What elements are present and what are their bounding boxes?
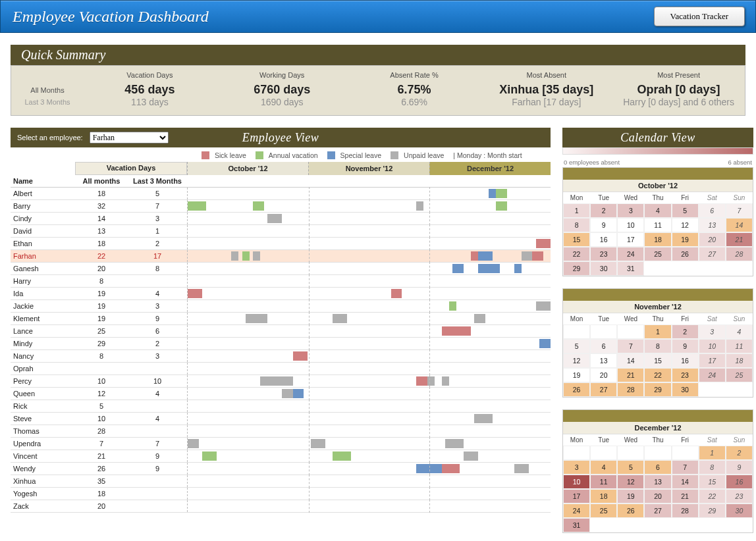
calendar-day[interactable]: 23 — [590, 247, 617, 261]
table-row[interactable]: Thomas28 — [11, 425, 551, 438]
calendar-day[interactable]: 12 — [617, 475, 644, 489]
calendar-day[interactable]: 4 — [644, 203, 671, 218]
calendar-day[interactable]: 24 — [617, 247, 644, 261]
calendar-day[interactable]: 26 — [672, 247, 699, 261]
calendar-day[interactable]: 10 — [617, 218, 644, 232]
calendar-day[interactable]: 26 — [563, 382, 590, 397]
calendar-day[interactable]: 25 — [644, 247, 671, 261]
calendar-day[interactable]: 25 — [590, 503, 617, 518]
calendar-day[interactable]: 10 — [563, 475, 590, 489]
calendar-day[interactable]: 30 — [590, 261, 617, 276]
calendar-day[interactable]: 14 — [672, 475, 699, 489]
calendar-day[interactable]: 18 — [726, 353, 753, 368]
calendar-day[interactable]: 22 — [644, 368, 671, 382]
calendar-day[interactable]: 2 — [726, 446, 753, 460]
calendar-day[interactable]: 2 — [672, 324, 699, 339]
table-row[interactable]: Farhan2217 — [11, 250, 551, 263]
calendar-day[interactable]: 29 — [699, 503, 726, 518]
calendar-day[interactable]: 27 — [644, 503, 671, 518]
calendar-day[interactable]: 21 — [672, 489, 699, 503]
calendar-day[interactable]: 10 — [699, 339, 726, 353]
calendar-day[interactable]: 5 — [672, 203, 699, 218]
calendar-day[interactable]: 27 — [590, 382, 617, 397]
table-row[interactable]: Steve104 — [11, 413, 551, 425]
calendar-day[interactable]: 12 — [672, 218, 699, 232]
calendar-day[interactable]: 5 — [617, 460, 644, 475]
calendar-day[interactable]: 14 — [617, 353, 644, 368]
calendar-day[interactable]: 15 — [699, 475, 726, 489]
table-row[interactable]: Queen124 — [11, 388, 551, 400]
calendar-day[interactable]: 13 — [590, 353, 617, 368]
calendar-day[interactable]: 3 — [563, 460, 590, 475]
calendar-day[interactable]: 20 — [590, 368, 617, 382]
calendar-day[interactable]: 3 — [617, 203, 644, 218]
calendar-day[interactable]: 16 — [590, 232, 617, 247]
calendar-day[interactable]: 30 — [726, 503, 753, 518]
table-row[interactable]: Upendra77 — [11, 438, 551, 450]
calendar-day[interactable]: 15 — [644, 353, 671, 368]
table-row[interactable]: Oprah — [11, 363, 551, 375]
calendar-day[interactable]: 23 — [672, 368, 699, 382]
calendar-day[interactable]: 13 — [699, 218, 726, 232]
calendar-day[interactable]: 8 — [699, 460, 726, 475]
calendar-day[interactable]: 19 — [672, 232, 699, 247]
calendar-day[interactable]: 26 — [617, 503, 644, 518]
calendar-day[interactable]: 16 — [672, 353, 699, 368]
table-row[interactable]: Xinhua35 — [11, 475, 551, 488]
calendar-day[interactable]: 15 — [563, 232, 590, 247]
calendar-day[interactable]: 9 — [672, 339, 699, 353]
calendar-day[interactable]: 21 — [617, 368, 644, 382]
table-row[interactable]: Mindy292 — [11, 338, 551, 350]
table-row[interactable]: Harry8 — [11, 275, 551, 288]
table-row[interactable]: Wendy269 — [11, 463, 551, 475]
calendar-day[interactable]: 31 — [563, 518, 590, 532]
table-row[interactable]: Yogesh18 — [11, 488, 551, 500]
table-row[interactable]: Zack20 — [11, 500, 551, 513]
calendar-day[interactable]: 5 — [563, 339, 590, 353]
calendar-day[interactable]: 29 — [563, 261, 590, 276]
calendar-day[interactable]: 11 — [590, 475, 617, 489]
table-row[interactable]: Klement199 — [11, 313, 551, 325]
calendar-day[interactable]: 8 — [563, 218, 590, 232]
calendar-day[interactable]: 23 — [726, 489, 753, 503]
calendar-day[interactable]: 17 — [699, 353, 726, 368]
table-row[interactable]: Ganesh208 — [11, 263, 551, 275]
table-row[interactable]: Rick5 — [11, 400, 551, 413]
calendar-day[interactable]: 7 — [617, 339, 644, 353]
calendar-day[interactable]: 20 — [699, 232, 726, 247]
calendar-day[interactable]: 31 — [617, 261, 644, 276]
calendar-day[interactable]: 21 — [726, 232, 753, 247]
calendar-day[interactable]: 1 — [563, 203, 590, 218]
calendar-day[interactable]: 7 — [672, 460, 699, 475]
table-row[interactable]: Barry327 — [11, 200, 551, 213]
table-row[interactable]: Jackie193 — [11, 300, 551, 313]
calendar-day[interactable]: 11 — [644, 218, 671, 232]
calendar-day[interactable]: 20 — [644, 489, 671, 503]
calendar-day[interactable]: 27 — [699, 247, 726, 261]
table-row[interactable]: Vincent219 — [11, 450, 551, 463]
calendar-day[interactable]: 17 — [563, 489, 590, 503]
calendar-day[interactable]: 28 — [617, 382, 644, 397]
table-row[interactable]: Ida194 — [11, 288, 551, 300]
calendar-day[interactable]: 18 — [644, 232, 671, 247]
employee-select[interactable]: AlbertBarryCindyDavidEthanFarhanGaneshHa… — [90, 132, 169, 143]
calendar-day[interactable]: 22 — [699, 489, 726, 503]
calendar-day[interactable]: 22 — [563, 247, 590, 261]
table-row[interactable]: Lance256 — [11, 325, 551, 338]
table-row[interactable]: Nancy83 — [11, 350, 551, 363]
calendar-day[interactable]: 9 — [726, 460, 753, 475]
calendar-day[interactable]: 12 — [563, 353, 590, 368]
calendar-day[interactable]: 30 — [672, 382, 699, 397]
table-row[interactable]: Albert185 — [11, 188, 551, 200]
calendar-day[interactable]: 9 — [590, 218, 617, 232]
calendar-day[interactable]: 4 — [590, 460, 617, 475]
calendar-day[interactable]: 28 — [726, 247, 753, 261]
calendar-day[interactable]: 7 — [726, 203, 753, 218]
calendar-day[interactable]: 19 — [563, 368, 590, 382]
table-row[interactable]: Ethan182 — [11, 238, 551, 250]
calendar-day[interactable]: 8 — [644, 339, 671, 353]
calendar-day[interactable]: 6 — [699, 203, 726, 218]
calendar-day[interactable]: 28 — [672, 503, 699, 518]
table-row[interactable]: Cindy143 — [11, 213, 551, 225]
calendar-day[interactable]: 3 — [699, 324, 726, 339]
